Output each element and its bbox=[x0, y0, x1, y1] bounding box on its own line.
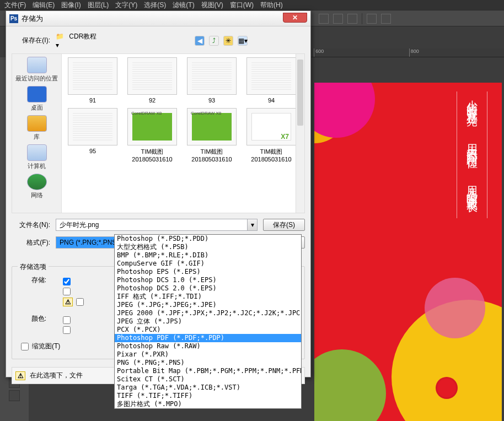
file-item[interactable]: 92 bbox=[125, 57, 180, 104]
format-option[interactable]: JPEG 2000 (*.JPF;*.JPX;*.JP2;*.J2C;*.J2K… bbox=[115, 309, 301, 317]
file-item[interactable]: 95 bbox=[65, 108, 120, 163]
format-option[interactable]: PNG (*.PNG;*.PNS) bbox=[115, 359, 301, 367]
file-item[interactable]: 93 bbox=[184, 57, 239, 104]
checkbox[interactable] bbox=[63, 316, 71, 324]
file-item[interactable]: 91 bbox=[65, 57, 120, 104]
format-value: PNG (*.PNG;*.PNS) bbox=[60, 239, 119, 246]
menu-view[interactable]: 视图(V) bbox=[201, 1, 223, 10]
save-in-value: CDR教程 bbox=[69, 33, 96, 40]
checkbox[interactable] bbox=[63, 278, 71, 285]
circle-shape bbox=[314, 83, 375, 138]
format-option[interactable]: Photoshop PDF (*.PDF;*.PDP) bbox=[115, 334, 301, 342]
file-item[interactable]: 94 bbox=[244, 57, 299, 104]
format-option[interactable]: Targa (*.TGA;*.VDA;*.ICB;*.VST) bbox=[115, 384, 301, 392]
file-item[interactable]: TIM截图201805031610 bbox=[244, 108, 299, 163]
filename-value: 少年时光.png bbox=[60, 220, 99, 230]
checkbox[interactable] bbox=[76, 298, 84, 306]
distribute-icon[interactable] bbox=[367, 14, 377, 24]
format-option[interactable]: 多图片格式 (*.MPO) bbox=[115, 400, 301, 408]
circle-shape bbox=[314, 349, 386, 421]
format-option[interactable]: PCX (*.PCX) bbox=[115, 326, 301, 334]
place-recent[interactable]: 最近访问的位置 bbox=[15, 56, 58, 83]
format-option[interactable]: JPEG (*.JPG;*.JPEG;*.JPE) bbox=[115, 301, 301, 309]
color-section-label: 颜色: bbox=[19, 314, 52, 323]
checkbox[interactable] bbox=[63, 288, 71, 295]
checkbox[interactable] bbox=[63, 326, 71, 334]
filename-label: 文件名(N): bbox=[12, 220, 56, 230]
format-option[interactable]: IFF 格式 (*.IFF;*.TDI) bbox=[115, 293, 301, 301]
up-icon[interactable]: ⤴ bbox=[209, 36, 219, 46]
menu-file[interactable]: 文件(F) bbox=[4, 1, 26, 10]
new-folder-icon[interactable]: ✳ bbox=[223, 36, 233, 46]
thumbnail-label: 缩览图(T) bbox=[32, 342, 60, 351]
ruler-tick: 800 bbox=[409, 48, 504, 57]
document-canvas: 少年的时光就是晃， 用大把时间彷徨， 用几个瞬间来成长⋯ bbox=[314, 83, 502, 421]
places-bar: 最近访问的位置 桌面 库 计算机 网络 bbox=[12, 54, 62, 213]
circle-shape bbox=[425, 278, 485, 338]
menu-window[interactable]: 窗口(W) bbox=[230, 1, 254, 10]
menu-bar: 文件(F) 编辑(E) 图像(I) 图层(L) 文字(Y) 选择(S) 滤镜(T… bbox=[0, 0, 504, 10]
format-option[interactable]: BMP (*.BMP;*.RLE;*.DIB) bbox=[115, 251, 301, 260]
thumbnail-checkbox[interactable] bbox=[21, 343, 29, 350]
file-list[interactable]: 91 92 93 94 95 TIM截图201805031610 TIM截图20… bbox=[62, 54, 304, 213]
dialog-title: 存储为 bbox=[22, 14, 283, 24]
save-in-combo[interactable]: 📁 CDR教程 ▾ bbox=[56, 32, 188, 49]
format-option[interactable]: Photoshop DCS 1.0 (*.EPS) bbox=[115, 276, 301, 284]
ps-icon: Ps bbox=[9, 14, 18, 23]
circle-shape bbox=[436, 377, 458, 399]
place-network[interactable]: 网络 bbox=[27, 173, 47, 200]
format-option[interactable]: TIFF (*.TIF;*.TIFF) bbox=[115, 392, 301, 400]
align-icon[interactable] bbox=[333, 14, 343, 24]
menu-type[interactable]: 文字(Y) bbox=[115, 1, 137, 10]
align-icon[interactable] bbox=[319, 14, 329, 24]
format-option[interactable]: JPEG 立体 (*.JPS) bbox=[115, 317, 301, 326]
format-option[interactable]: Photoshop (*.PSD;*.PDD) bbox=[115, 235, 301, 243]
chevron-down-icon[interactable]: ▾ bbox=[56, 41, 188, 49]
menu-edit[interactable]: 编辑(E) bbox=[33, 1, 55, 10]
format-option[interactable]: Scitex CT (*.SCT) bbox=[115, 375, 301, 384]
place-library[interactable]: 库 bbox=[27, 115, 47, 142]
menu-layer[interactable]: 图层(L) bbox=[88, 1, 109, 10]
warning-icon: ⚠ bbox=[63, 298, 73, 306]
save-button[interactable]: 保存(S) bbox=[263, 219, 305, 231]
menu-filter[interactable]: 滤镜(T) bbox=[173, 1, 194, 10]
format-dropdown[interactable]: Photoshop (*.PSD;*.PDD)大型文档格式 (*.PSB)BMP… bbox=[114, 234, 302, 409]
format-option[interactable]: Photoshop DCS 2.0 (*.EPS) bbox=[115, 284, 301, 293]
format-option[interactable]: Pixar (*.PXR) bbox=[115, 350, 301, 359]
dialog-titlebar[interactable]: Ps 存储为 ✕ bbox=[6, 11, 310, 26]
format-option[interactable]: Portable Bit Map (*.PBM;*.PGM;*.PPM;*.PN… bbox=[115, 367, 301, 375]
group-title: 存储选项 bbox=[18, 262, 49, 272]
file-item[interactable]: TIM截图201805031610 bbox=[125, 108, 180, 163]
place-computer[interactable]: 计算机 bbox=[27, 144, 47, 171]
warning-icon: ⚠ bbox=[15, 371, 25, 380]
tool-icon[interactable] bbox=[9, 390, 20, 401]
file-browser: 最近访问的位置 桌面 库 计算机 网络 91 92 93 94 95 TIM截图… bbox=[12, 53, 305, 213]
scrollbar[interactable] bbox=[296, 54, 304, 213]
menu-select[interactable]: 选择(S) bbox=[144, 1, 166, 10]
ruler-tick: 600 bbox=[314, 48, 409, 57]
separator bbox=[362, 13, 362, 24]
distribute-icon[interactable] bbox=[381, 14, 391, 24]
folder-icon: 📁 bbox=[56, 33, 64, 40]
format-option[interactable]: 大型文档格式 (*.PSB) bbox=[115, 243, 301, 251]
align-icon[interactable] bbox=[347, 14, 357, 24]
warning-text: 在此选项下，文件 bbox=[30, 371, 83, 380]
close-button[interactable]: ✕ bbox=[283, 13, 307, 23]
place-desktop[interactable]: 桌面 bbox=[27, 85, 47, 112]
view-menu-icon[interactable]: ▦▾ bbox=[238, 36, 248, 46]
save-section-label: 存储: bbox=[19, 276, 52, 285]
menu-help[interactable]: 帮助(H) bbox=[260, 1, 283, 10]
vertical-text: 少年的时光就是晃， 用大把时间彷徨， 用几个瞬间来成长⋯ bbox=[457, 91, 487, 218]
file-item[interactable]: TIM截图201805031610 bbox=[184, 108, 239, 163]
back-icon[interactable]: ◀ bbox=[195, 36, 205, 46]
format-option[interactable]: Photoshop Raw (*.RAW) bbox=[115, 342, 301, 350]
save-in-label: 保存在(I): bbox=[12, 36, 56, 45]
format-label: 格式(F): bbox=[12, 238, 56, 247]
chevron-down-icon[interactable]: ▾ bbox=[247, 219, 257, 230]
format-option[interactable]: Photoshop EPS (*.EPS) bbox=[115, 268, 301, 276]
filename-input[interactable]: 少年时光.png ▾ bbox=[56, 219, 258, 231]
menu-image[interactable]: 图像(I) bbox=[61, 1, 81, 10]
format-option[interactable]: CompuServe GIF (*.GIF) bbox=[115, 260, 301, 268]
